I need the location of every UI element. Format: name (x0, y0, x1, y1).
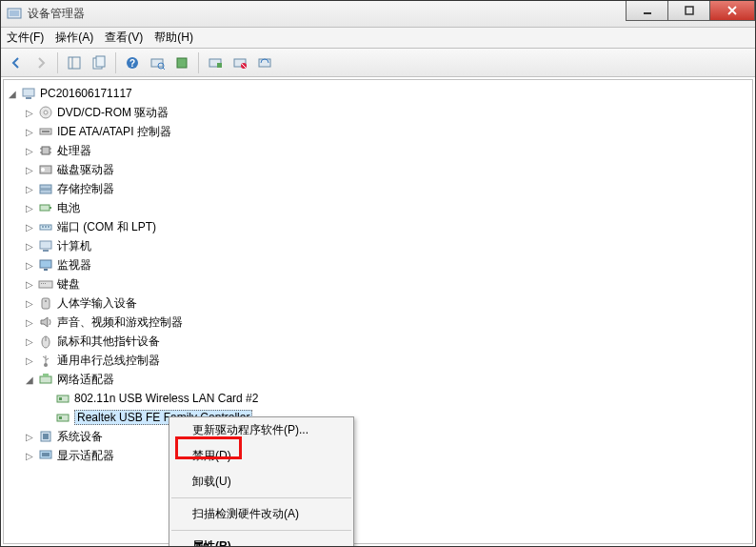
category-icon (38, 353, 53, 368)
category-icon (38, 334, 53, 349)
svg-point-40 (48, 226, 50, 228)
expander-icon[interactable]: ▷ (23, 146, 36, 156)
svg-rect-35 (40, 205, 50, 211)
tree-item[interactable]: ▷ DVD/CD-ROM 驱动器 (6, 103, 750, 122)
tree-item[interactable]: ▷ 系统设备 (6, 427, 750, 446)
tree-item[interactable]: ▷ 计算机 (6, 236, 750, 255)
uninstall-button[interactable] (204, 51, 227, 74)
menu-help[interactable]: 帮助(H) (154, 30, 193, 46)
svg-rect-26 (42, 147, 50, 154)
svg-rect-41 (40, 241, 51, 249)
tree-item[interactable]: ▷ 通用串行总线控制器 (6, 351, 750, 370)
expander-icon[interactable]: ▷ (23, 241, 36, 252)
expander-icon[interactable]: ▷ (23, 279, 36, 290)
svg-rect-25 (42, 131, 50, 132)
context-menu: 更新驱动程序软件(P)... 禁用(D) 卸载(U) 扫描检测硬件改动(A) 属… (169, 416, 354, 547)
tree-item-label: 键盘 (57, 276, 80, 293)
svg-rect-58 (59, 397, 62, 400)
tree-item[interactable]: ▷ 键盘 (6, 274, 750, 294)
tree-item[interactable]: ▷ 显示适配器 (6, 446, 750, 465)
svg-rect-46 (41, 283, 42, 284)
expander-icon[interactable]: ▷ (23, 451, 36, 461)
tree-child-item[interactable]: 802.11n USB Wireless LAN Card #2 (6, 389, 750, 408)
category-icon (38, 314, 53, 330)
expander-icon[interactable]: ▷ (23, 317, 36, 328)
expander-icon[interactable]: ◢ (6, 89, 19, 99)
context-update-driver[interactable]: 更新驱动程序软件(P)... (169, 417, 353, 443)
tree-item[interactable]: ▷ 鼠标和其他指针设备 (6, 332, 750, 351)
tree-item[interactable]: ▷ 电池 (6, 198, 750, 217)
forward-button[interactable] (30, 51, 52, 74)
svg-rect-55 (40, 376, 51, 383)
tree-item[interactable]: ◢ 网络适配器 (6, 370, 750, 389)
expander-icon[interactable]: ▷ (23, 184, 36, 194)
category-icon (38, 143, 53, 158)
tree-item-label: 显示适配器 (57, 448, 114, 464)
tree-item[interactable]: ▷ IDE ATA/ATAPI 控制器 (6, 122, 750, 141)
expander-icon[interactable]: ▷ (23, 203, 36, 213)
tree-child-item[interactable]: Realtek USB FE Family Controller (6, 408, 750, 427)
category-icon (38, 200, 53, 215)
svg-text:?: ? (129, 58, 135, 69)
tree-root[interactable]: ◢ PC201606171117 (6, 84, 750, 103)
maximize-button[interactable] (667, 1, 710, 21)
category-icon (38, 276, 53, 292)
svg-point-50 (45, 300, 47, 302)
svg-rect-64 (42, 453, 50, 456)
category-icon (38, 257, 53, 273)
properties-button[interactable] (88, 51, 110, 74)
svg-line-12 (163, 68, 165, 70)
menu-view[interactable]: 查看(V) (105, 30, 143, 46)
tree-item[interactable]: ▷ 存储控制器 (6, 179, 750, 198)
toolbar-sep (115, 52, 116, 73)
close-button[interactable] (709, 1, 755, 21)
expander-icon[interactable]: ▷ (23, 165, 36, 175)
update-driver-button[interactable] (170, 51, 193, 74)
show-hide-tree-button[interactable] (63, 51, 86, 74)
expander-icon[interactable]: ▷ (23, 108, 36, 118)
device-tree[interactable]: ◢ PC201606171117 ▷ DVD/CD-ROM 驱动器 ▷ IDE … (3, 79, 753, 544)
context-separator (171, 530, 351, 531)
minimize-button[interactable] (626, 1, 668, 21)
category-icon (38, 295, 53, 311)
expander-icon[interactable]: ▷ (23, 298, 36, 309)
svg-rect-45 (39, 281, 52, 288)
expander-icon[interactable]: ▷ (23, 222, 36, 233)
svg-rect-7 (96, 56, 105, 67)
help-button[interactable]: ? (121, 51, 144, 74)
disable-button[interactable] (229, 51, 251, 74)
context-scan-hardware[interactable]: 扫描检测硬件改动(A) (169, 501, 353, 527)
tree-item[interactable]: ▷ 监视器 (6, 255, 750, 274)
svg-rect-43 (40, 260, 51, 268)
tree-item[interactable]: ▷ 人体学输入设备 (6, 294, 750, 313)
tree-item-label: 人体学输入设备 (57, 295, 137, 312)
expander-icon[interactable]: ▷ (23, 127, 36, 137)
tree-item-label: 网络适配器 (57, 372, 114, 388)
category-icon (38, 238, 53, 253)
tree-root-label: PC201606171117 (40, 87, 132, 100)
expander-icon[interactable]: ▷ (23, 260, 36, 271)
context-uninstall[interactable]: 卸载(U) (169, 469, 353, 495)
tree-item[interactable]: ▷ 声音、视频和游戏控制器 (6, 313, 750, 332)
tree-item-label: 端口 (COM 和 LPT) (57, 219, 156, 235)
tree-item-label: 监视器 (57, 257, 91, 274)
svg-rect-34 (40, 190, 51, 193)
tree-item[interactable]: ▷ 处理器 (6, 141, 750, 160)
scan-hardware-button[interactable] (146, 51, 169, 74)
svg-rect-21 (26, 97, 31, 99)
toolbar-sep (198, 52, 199, 73)
back-button[interactable] (5, 51, 28, 74)
tree-item-label: 鼠标和其他指针设备 (57, 334, 160, 350)
expander-icon[interactable]: ▷ (23, 336, 36, 347)
context-properties[interactable]: 属性(R) (169, 534, 353, 547)
menu-action[interactable]: 操作(A) (55, 30, 93, 46)
tree-item[interactable]: ▷ 端口 (COM 和 LPT) (6, 217, 750, 236)
expander-icon[interactable]: ▷ (23, 355, 36, 366)
context-disable[interactable]: 禁用(D) (169, 443, 353, 469)
menu-file[interactable]: 文件(F) (7, 30, 44, 46)
network-adapter-icon (55, 391, 70, 406)
tree-item[interactable]: ▷ 磁盘驱动器 (6, 160, 750, 179)
expander-icon[interactable]: ◢ (23, 375, 36, 385)
enable-button[interactable] (253, 51, 276, 74)
expander-icon[interactable]: ▷ (23, 432, 36, 442)
